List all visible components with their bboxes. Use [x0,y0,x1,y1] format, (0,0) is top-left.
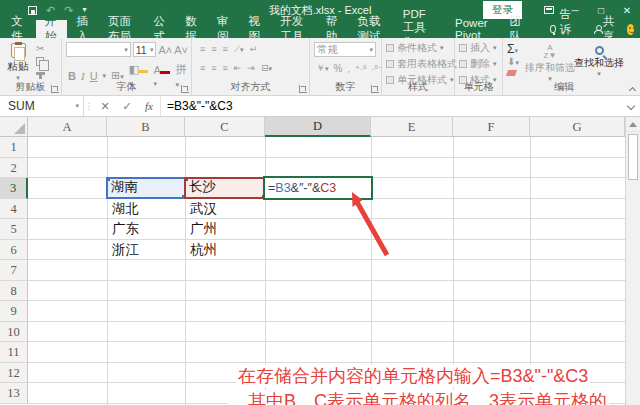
tab-power-pivot[interactable]: Power Pivot [446,20,501,38]
insert-function-button[interactable]: fx [138,96,160,116]
row-header-6[interactable]: 6 [0,240,28,261]
row-header-3[interactable]: 3 [0,178,28,199]
sort-filter-button[interactable]: AZ▼ 排序和筛选 ▾ [527,42,573,82]
row-header-13[interactable]: 13 [0,383,28,404]
row-header-12[interactable]: 12 [0,363,28,384]
decrease-indent-icon[interactable]: ⇤ [234,63,242,74]
row-header-11[interactable]: 11 [0,342,28,363]
tab-help[interactable]: 帮助 [317,20,349,38]
cell-B6[interactable]: 浙江 [107,240,185,261]
scrollbar-thumb[interactable] [628,134,638,180]
formula-input[interactable]: =B3&"-"&C3 [160,96,624,116]
accounting-format-icon[interactable]: ￥▾ [316,62,329,75]
find-select-button[interactable]: 查找和选择 ▾ [576,42,622,82]
cell-C3-reference-highlight[interactable]: 长沙 [184,177,266,199]
tab-formulas[interactable]: 公式 [145,20,177,38]
tab-file[interactable]: 文件 [0,20,36,38]
cell-C4[interactable]: 武汉 [185,199,265,220]
save-icon[interactable] [28,6,37,15]
percent-style-icon[interactable]: % [334,63,343,74]
row-header-5[interactable]: 5 [0,219,28,240]
tab-view[interactable]: 视图 [240,20,272,38]
row-header-7[interactable]: 7 [0,260,28,281]
cell-C5[interactable]: 广州 [185,219,265,240]
delete-cells-button[interactable]: 删除▾ [459,57,499,71]
align-bottom-icon[interactable]: ≡ [223,44,228,55]
copy-icon[interactable] [36,57,44,66]
customize-qat-icon[interactable]: ▾ [82,6,86,14]
insert-cells-button[interactable]: 插入▾ [459,41,499,55]
tab-home[interactable]: 开始 [36,20,68,38]
cell-C3[interactable]: 长沙 [189,177,216,198]
clear-eraser-icon[interactable] [506,70,517,76]
row-header-4[interactable]: 4 [0,199,28,220]
formula-bar-splitter[interactable]: ⋮ [84,96,94,116]
tab-insert[interactable]: 插入 [67,20,99,38]
row-header-10[interactable]: 10 [0,322,28,343]
wrap-text-icon[interactable]: ↵ [250,44,258,55]
cut-icon[interactable]: ✂ [36,44,45,54]
tab-developer[interactable]: 开发工具 [271,20,316,38]
expand-formula-bar-icon[interactable] [624,96,640,116]
name-box-dropdown-icon[interactable]: ▾ [75,102,79,110]
font-name-combo[interactable]: ▾ [66,42,131,57]
alignment-dialog-launcher-icon[interactable] [299,85,307,93]
enter-entry-button[interactable]: ✓ [116,96,138,116]
clipboard-dialog-launcher-icon[interactable] [51,85,59,93]
tab-data[interactable]: 数据 [176,20,208,38]
paste-button[interactable]: 粘贴 ▾ [4,42,32,82]
align-left-icon[interactable]: ≡ [200,63,205,74]
share-button[interactable]: 共享 [586,20,626,38]
name-box[interactable]: SUM▾ [0,96,84,116]
close-button[interactable]: ✕ [614,0,640,20]
cell-B5[interactable]: 广东 [107,219,185,240]
column-header-D[interactable]: D [265,117,371,137]
vertical-scrollbar[interactable] [625,117,640,405]
row-header-1[interactable]: 1 [0,137,28,158]
font-size-combo[interactable]: 11▾ [133,42,157,57]
tell-me-box[interactable]: 告诉我 [542,20,586,38]
increase-indent-icon[interactable]: ⇥ [247,63,255,74]
column-header-G[interactable]: G [530,117,625,137]
decrease-decimal-icon[interactable]: ·⁰⁻ [371,64,382,74]
conditional-formatting-button[interactable]: 条件格式▾ [386,41,451,55]
align-middle-icon[interactable]: ≡ [211,44,216,55]
redo-icon[interactable]: ↷ [64,5,73,16]
tab-load-test[interactable]: 负载测试 [348,20,393,38]
autosum-button[interactable]: Σ▾ [507,43,524,55]
shrink-font-icon[interactable]: A˅ [174,44,188,56]
number-dialog-launcher-icon[interactable] [371,85,379,93]
select-all-corner[interactable] [0,117,28,137]
align-center-icon[interactable]: ≡ [211,63,216,74]
column-header-E[interactable]: E [371,117,453,137]
merge-center-icon[interactable]: ⊟▾ [261,63,272,74]
cell-B4[interactable]: 湖北 [107,199,185,220]
row-header-8[interactable]: 8 [0,281,28,302]
format-as-table-button[interactable]: 套用表格格式▾ [386,57,451,71]
scroll-up-icon[interactable] [626,117,640,132]
collapse-ribbon-icon[interactable] [629,85,636,92]
increase-decimal-icon[interactable]: ⁺·⁰ [355,64,366,74]
column-header-C[interactable]: C [185,117,265,137]
comma-style-icon[interactable]: , [347,64,350,74]
ribbon-display-options-button[interactable] [536,0,562,20]
feedback-smiley-icon[interactable] [627,24,634,35]
row-header-2[interactable]: 2 [0,158,28,179]
tab-page-layout[interactable]: 页面布局 [99,20,144,38]
tab-pdf-tools[interactable]: PDF工具集 [394,20,446,38]
row-header-9[interactable]: 9 [0,301,28,322]
column-header-F[interactable]: F [453,117,530,137]
number-format-combo[interactable]: 常规▾ [314,42,376,57]
cell-C6[interactable]: 杭州 [185,240,265,261]
format-painter-icon[interactable] [36,72,45,75]
cancel-entry-button[interactable]: ✕ [94,96,116,116]
tab-team[interactable]: 团队 [501,20,533,38]
tab-review[interactable]: 审阅 [208,20,240,38]
column-header-B[interactable]: B [107,117,185,137]
fill-icon[interactable]: ⬇▾ [507,57,524,68]
orientation-icon[interactable]: ⟋▾ [234,44,244,55]
cell-D3-active-formula[interactable]: = B3 &″-″& C3 [263,176,373,200]
column-header-A[interactable]: A [28,117,107,137]
align-right-icon[interactable]: ≡ [223,63,228,74]
font-dialog-launcher-icon[interactable] [181,85,189,93]
